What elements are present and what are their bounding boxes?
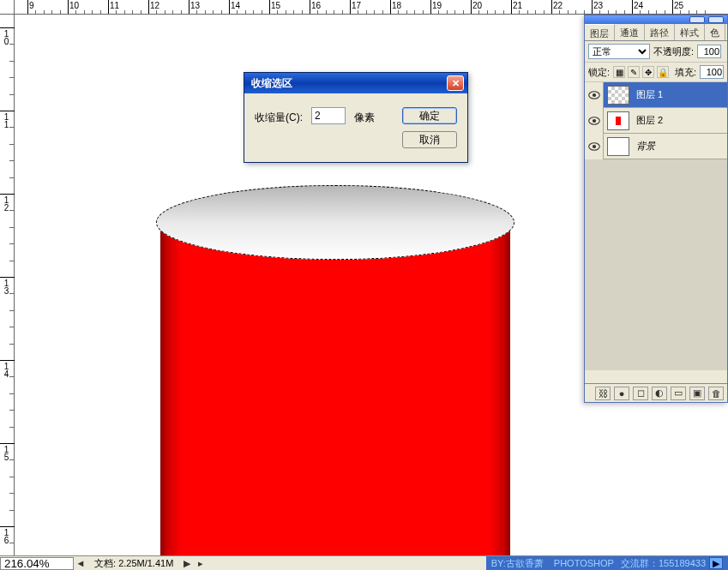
ruler-h-label: 11 xyxy=(110,1,119,10)
minimize-icon[interactable] xyxy=(689,16,705,23)
ruler-v-label: 15 xyxy=(2,445,11,460)
tab-layers[interactable]: 图层 xyxy=(585,24,615,40)
tab-styles[interactable]: 样式 xyxy=(675,24,705,40)
new-layer-icon[interactable]: ▣ xyxy=(689,387,705,400)
ruler-h-label: 15 xyxy=(271,1,280,10)
ruler-vertical: 10111213141516171819 xyxy=(0,15,15,555)
cup-body-shape xyxy=(160,221,510,564)
panel-tabs: 图层 通道 路径 样式 色 xyxy=(585,24,727,41)
contract-amount-label: 收缩量(C): xyxy=(255,107,303,125)
layer-thumbnail[interactable] xyxy=(607,86,629,105)
doc-label: 文档: xyxy=(94,558,116,568)
ruler-v-label: 10 xyxy=(2,29,11,45)
ruler-h-label: 12 xyxy=(150,1,159,10)
status-next-icon[interactable]: ▶ xyxy=(180,558,194,569)
ruler-h-label: 23 xyxy=(593,1,603,10)
ruler-v-label: 13 xyxy=(2,279,11,294)
status-prev-icon[interactable]: ◄ xyxy=(74,558,87,568)
ruler-h-label: 9 xyxy=(29,1,34,10)
layer-name[interactable]: 背景 xyxy=(633,140,727,153)
lock-icons-group: ▦ ✎ ✥ 🔒 xyxy=(613,66,669,78)
contract-unit-label: 像素 xyxy=(354,107,375,125)
status-bar: ◄ 文档: 2.25M/1.41M ▶ ▸ BY:古欲香萧 PHOTOSHOP … xyxy=(0,555,728,570)
ruler-v-label: 16 xyxy=(2,528,11,543)
ruler-horizontal: 910111213141516171819202122232425 xyxy=(15,0,728,15)
ruler-h-label: 20 xyxy=(472,1,482,10)
ruler-v-label: 12 xyxy=(2,195,11,211)
status-menu-icon[interactable]: ▸ xyxy=(194,558,208,569)
svg-point-1 xyxy=(592,93,595,96)
ruler-v-label: 11 xyxy=(2,112,11,128)
lock-all-icon[interactable]: 🔒 xyxy=(657,66,669,78)
svg-point-5 xyxy=(592,144,595,147)
lock-pixels-icon[interactable]: ✎ xyxy=(628,66,640,78)
ruler-h-label: 17 xyxy=(352,1,361,10)
credits-bar: BY:古欲香萧 PHOTOSHOP 交流群：155189433 ▶ xyxy=(486,556,728,571)
layers-panel: 图层 通道 路径 样式 色 正常 不透明度: 锁定: ▦ ✎ ✥ 🔒 填充: 图… xyxy=(584,15,728,403)
fill-label: 填充: xyxy=(675,66,696,79)
ruler-v-label: 14 xyxy=(2,362,11,377)
cancel-button[interactable]: 取消 xyxy=(402,131,457,148)
layer-list: 图层 1图层 2背景 xyxy=(585,82,727,370)
ruler-h-label: 16 xyxy=(311,1,321,10)
adjustment-layer-icon[interactable]: ◐ xyxy=(652,387,667,400)
ruler-h-label: 24 xyxy=(634,1,643,10)
layer-row[interactable]: 图层 1 xyxy=(585,82,727,108)
layer-thumbnail[interactable] xyxy=(607,137,629,156)
visibility-eye-icon[interactable] xyxy=(585,82,604,108)
panel-footer: ⛓ ● ◻ ◐ ▭ ▣ 🗑 xyxy=(585,383,727,402)
marching-ants-selection xyxy=(156,185,514,260)
zoom-input[interactable] xyxy=(0,557,74,570)
panel-window-bar[interactable] xyxy=(585,15,727,24)
credits-app: PHOTOSHOP xyxy=(554,558,614,568)
ruler-corner xyxy=(0,0,15,15)
ruler-h-label: 25 xyxy=(674,1,683,10)
go-icon[interactable]: ▶ xyxy=(709,557,723,569)
ruler-h-label: 19 xyxy=(432,1,442,10)
close-panel-icon[interactable] xyxy=(708,16,724,23)
layer-name[interactable]: 图层 2 xyxy=(633,114,727,127)
opacity-label: 不透明度: xyxy=(653,45,694,58)
ok-button[interactable]: 确定 xyxy=(402,107,457,124)
svg-point-3 xyxy=(592,118,595,122)
lock-position-icon[interactable]: ✥ xyxy=(642,66,654,78)
tab-channels[interactable]: 通道 xyxy=(615,24,645,40)
layer-style-icon[interactable]: ● xyxy=(614,387,629,400)
opacity-input[interactable] xyxy=(697,45,721,58)
trash-icon[interactable]: 🗑 xyxy=(708,387,724,400)
close-icon[interactable]: ✕ xyxy=(447,75,464,91)
contract-selection-dialog: 收缩选区 ✕ 收缩量(C): 像素 确定 取消 xyxy=(244,72,468,163)
group-icon[interactable]: ▭ xyxy=(671,387,686,400)
tab-paths[interactable]: 路径 xyxy=(645,24,675,40)
blend-mode-select[interactable]: 正常 xyxy=(588,44,650,59)
layer-thumbnail[interactable] xyxy=(607,111,629,130)
ruler-h-label: 13 xyxy=(190,1,200,10)
ruler-h-label: 18 xyxy=(392,1,401,10)
link-layers-icon[interactable]: ⛓ xyxy=(595,387,611,400)
visibility-eye-icon[interactable] xyxy=(585,134,604,159)
layer-mask-icon[interactable]: ◻ xyxy=(633,387,648,400)
fill-input[interactable] xyxy=(700,65,724,79)
ruler-h-label: 10 xyxy=(69,1,79,10)
layer-row[interactable]: 背景 xyxy=(585,134,727,159)
dialog-title: 收缩选区 xyxy=(251,76,292,91)
dialog-titlebar[interactable]: 收缩选区 ✕ xyxy=(244,73,467,93)
lock-transparent-icon[interactable]: ▦ xyxy=(613,66,625,78)
credits-group: 交流群：155189433 xyxy=(621,557,706,570)
credits-by: BY:古欲香萧 xyxy=(491,557,544,570)
ruler-h-label: 14 xyxy=(231,1,240,10)
layer-name[interactable]: 图层 1 xyxy=(633,88,727,101)
ruler-h-label: 21 xyxy=(513,1,522,10)
ruler-h-label: 22 xyxy=(553,1,563,10)
visibility-eye-icon[interactable] xyxy=(585,108,604,134)
contract-amount-input[interactable] xyxy=(311,107,346,124)
lock-label: 锁定: xyxy=(588,66,610,79)
doc-value: 2.25M/1.41M xyxy=(118,558,173,568)
tab-color[interactable]: 色 xyxy=(705,24,725,40)
layer-row[interactable]: 图层 2 xyxy=(585,108,727,134)
